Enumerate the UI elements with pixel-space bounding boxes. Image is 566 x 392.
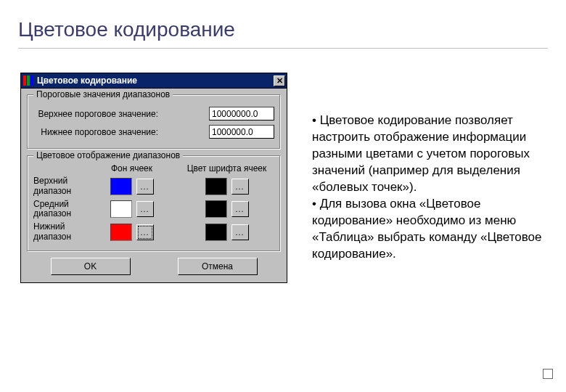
close-button[interactable]: ✕ [274,75,285,86]
explanation-block: • Цветовое кодирование позволяет настрои… [312,113,544,262]
font-swatch-upper [205,178,227,195]
close-icon: ✕ [276,77,283,85]
dialog-body: Пороговые значения диапазонов Верхнее по… [20,89,287,283]
slide-accent-icon [543,369,553,379]
cancel-button[interactable]: Отмена [178,258,258,275]
bg-picker-upper[interactable]: ... [136,179,154,195]
font-picker-upper[interactable]: ... [231,179,249,195]
font-color-header: Цвет шрифта ячеек [179,163,274,173]
dialog-title: Цветовое кодирование [37,75,274,86]
range-row-upper: Верхний диапазон ... ... [33,176,274,197]
upper-threshold-label: Верхнее пороговое значение: [33,109,164,119]
range-label-upper: Верхний диапазон [33,176,84,197]
explanation-p1: • Цветовое кодирование позволяет настрои… [312,113,544,196]
color-mapping-legend: Цветовое отображение диапазонов [33,150,183,160]
bg-swatch-upper [110,178,132,195]
font-picker-lower[interactable]: ... [231,224,249,240]
ok-button[interactable]: OK [51,258,131,275]
slide-title: Цветовое кодирование [18,18,235,41]
range-row-middle: Средний диапазон ... ... [33,200,274,220]
bg-swatch-lower [110,224,132,241]
font-picker-middle[interactable]: ... [231,201,249,217]
font-swatch-lower [205,224,227,241]
svg-rect-2 [30,75,33,86]
explanation-p2: • Для вызова окна «Цветовое кодирование»… [312,196,544,263]
svg-rect-0 [23,75,26,86]
range-row-lower: Нижний диапазон ... ... [33,222,274,242]
svg-rect-1 [27,75,30,86]
color-coding-dialog: Цветовое кодирование ✕ Пороговые значени… [20,73,287,283]
range-label-lower: Нижний диапазон [33,222,84,242]
upper-threshold-input[interactable] [209,107,274,121]
bg-color-header: Фон ячеек [84,163,179,173]
dialog-titlebar: Цветовое кодирование ✕ [20,73,287,89]
app-icon [22,75,34,86]
color-mapping-groupbox: Цветовое отображение диапазонов Фон ячее… [27,155,281,252]
bg-picker-middle[interactable]: ... [136,201,154,217]
thresholds-legend: Пороговые значения диапазонов [33,89,173,99]
lower-threshold-input[interactable] [209,125,274,139]
bg-swatch-middle [110,200,132,218]
bg-picker-lower[interactable]: ... [136,224,154,240]
range-label-middle: Средний диапазон [33,200,84,220]
font-swatch-middle [205,200,227,218]
lower-threshold-label: Нижнее пороговое значение: [33,127,164,137]
thresholds-groupbox: Пороговые значения диапазонов Верхнее по… [27,94,281,150]
